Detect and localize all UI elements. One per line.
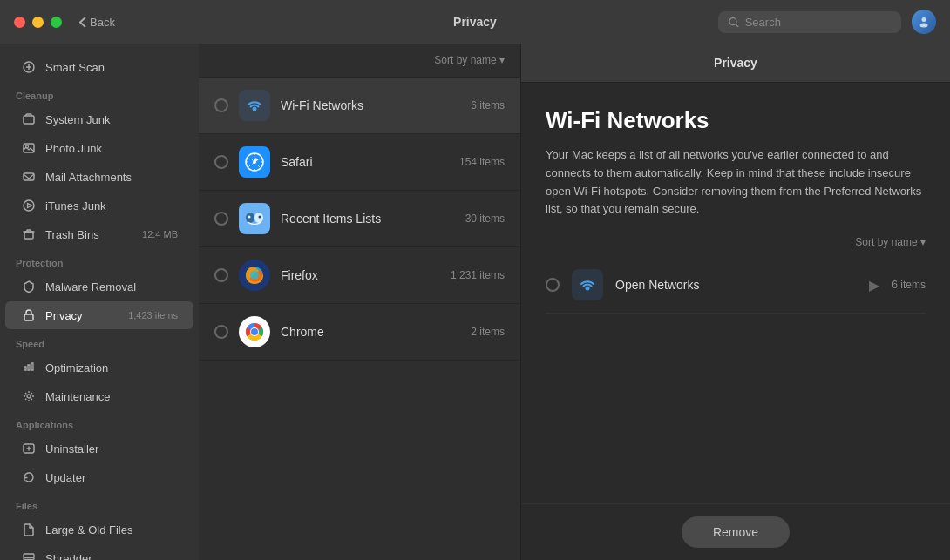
- svg-point-17: [253, 107, 257, 111]
- safari-checkbox[interactable]: [214, 155, 228, 169]
- svg-rect-11: [24, 314, 33, 320]
- avatar-icon: [918, 16, 930, 28]
- titlebar-center-title: Privacy: [453, 15, 497, 29]
- privacy-label: Privacy: [45, 309, 83, 322]
- firefox-count: 1,231 items: [451, 269, 505, 281]
- svg-point-12: [27, 395, 31, 398]
- section-cleanup: Cleanup: [0, 82, 199, 105]
- sidebar-item-updater[interactable]: Updater: [5, 463, 193, 491]
- sidebar-item-mail-attachments[interactable]: Mail Attachments: [5, 163, 193, 191]
- chrome-label: Chrome: [281, 325, 460, 339]
- safari-count: 154 items: [459, 156, 505, 168]
- sidebar-item-malware-removal[interactable]: Malware Removal: [5, 273, 193, 300]
- close-button[interactable]: [14, 17, 25, 28]
- main-layout: Smart Scan Cleanup System Junk Photo Jun…: [0, 44, 950, 560]
- large-old-files-label: Large & Old Files: [45, 523, 132, 536]
- svg-point-2: [922, 17, 926, 22]
- middle-list: Wi-Fi Networks 6 items: [199, 78, 520, 560]
- sidebar-item-trash-bins[interactable]: Trash Bins 12.4 MB: [5, 220, 193, 248]
- open-networks-checkbox[interactable]: [546, 278, 560, 292]
- svg-point-24: [248, 216, 251, 219]
- trash-bins-label: Trash Bins: [45, 228, 99, 241]
- section-speed: Speed: [0, 330, 199, 353]
- shredder-icon: [21, 550, 37, 560]
- itunes-junk-label: iTunes Junk: [45, 199, 106, 213]
- safari-label: Safari: [281, 155, 449, 169]
- detail-list-item-open-networks[interactable]: Open Networks ▶ 6 items: [546, 257, 926, 314]
- sidebar-item-uninstaller[interactable]: Uninstaller: [5, 435, 193, 462]
- sidebar-item-smart-scan[interactable]: Smart Scan: [5, 53, 193, 81]
- section-applications: Applications: [0, 411, 199, 434]
- list-item-chrome[interactable]: Chrome 2 items: [199, 304, 520, 361]
- back-button[interactable]: Back: [79, 16, 115, 29]
- photo-junk-icon: [21, 140, 37, 156]
- sidebar-item-large-old-files[interactable]: Large & Old Files: [5, 516, 193, 543]
- chrome-checkbox[interactable]: [214, 325, 228, 339]
- search-bar[interactable]: [718, 11, 901, 33]
- svg-line-1: [736, 24, 738, 26]
- sidebar-item-shredder[interactable]: Shredder: [5, 544, 193, 560]
- recent-items-label: Recent Items Lists: [281, 212, 455, 226]
- recent-items-checkbox[interactable]: [214, 212, 228, 226]
- maintenance-label: Maintenance: [45, 390, 110, 403]
- sidebar-item-maintenance[interactable]: Maintenance: [5, 382, 193, 410]
- svg-point-0: [729, 17, 736, 24]
- trash-icon: [21, 226, 37, 242]
- sidebar-item-optimization[interactable]: Optimization: [5, 354, 193, 381]
- list-item-recent-items[interactable]: Recent Items Lists 30 items: [199, 191, 520, 247]
- sidebar-item-system-junk[interactable]: System Junk: [5, 105, 193, 133]
- updater-icon: [21, 469, 37, 485]
- detail-sort-by-name[interactable]: Sort by name ▾: [855, 236, 926, 248]
- mail-icon: [21, 169, 37, 185]
- user-avatar[interactable]: [912, 10, 936, 34]
- remove-button[interactable]: Remove: [682, 516, 790, 548]
- detail-header-title: Privacy: [714, 56, 757, 70]
- open-networks-count: 6 items: [892, 279, 926, 291]
- svg-point-25: [259, 216, 261, 219]
- detail-sort-row: Sort by name ▾: [546, 236, 926, 248]
- maximize-button[interactable]: [51, 17, 62, 28]
- maintenance-icon: [21, 388, 37, 404]
- itunes-icon: [21, 198, 37, 213]
- search-input[interactable]: [745, 16, 891, 29]
- svg-point-32: [251, 328, 258, 335]
- sidebar-item-itunes-junk[interactable]: iTunes Junk: [5, 192, 193, 219]
- svg-rect-8: [24, 173, 34, 180]
- expand-icon[interactable]: ▶: [869, 277, 879, 293]
- safari-svg-icon: [239, 146, 270, 178]
- window-controls: [14, 17, 62, 28]
- detail-header-bar: Privacy: [521, 44, 950, 83]
- detail-description: Your Mac keeps a list of all networks yo…: [546, 146, 926, 219]
- svg-rect-10: [24, 232, 33, 239]
- system-junk-label: System Junk: [45, 113, 110, 126]
- sidebar: Smart Scan Cleanup System Junk Photo Jun…: [0, 44, 199, 560]
- wifi-count: 6 items: [471, 99, 505, 111]
- privacy-count: 1,423 items: [128, 310, 178, 320]
- updater-label: Updater: [45, 471, 85, 484]
- list-item-safari[interactable]: Safari 154 items: [199, 134, 520, 191]
- back-label: Back: [90, 16, 115, 29]
- minimize-button[interactable]: [32, 17, 44, 28]
- svg-rect-5: [24, 116, 34, 124]
- large-files-icon: [21, 522, 37, 537]
- recent-items-count: 30 items: [465, 213, 505, 225]
- wifi-row-icon: [239, 90, 270, 121]
- detail-wifi-title: Wi-Fi Networks: [546, 107, 926, 134]
- uninstaller-icon: [21, 441, 37, 456]
- uninstaller-label: Uninstaller: [45, 442, 98, 455]
- malware-icon: [21, 279, 37, 294]
- smart-scan-label: Smart Scan: [45, 61, 105, 74]
- wifi-checkbox[interactable]: [214, 98, 228, 112]
- search-icon: [729, 17, 739, 28]
- wifi-networks-label: Wi-Fi Networks: [281, 98, 460, 112]
- sidebar-item-photo-junk[interactable]: Photo Junk: [5, 134, 193, 162]
- list-item-firefox[interactable]: Firefox 1,231 items: [199, 247, 520, 304]
- optimization-label: Optimization: [45, 361, 108, 374]
- sidebar-item-privacy[interactable]: Privacy 1,423 items: [5, 301, 193, 329]
- firefox-checkbox[interactable]: [214, 268, 228, 282]
- svg-rect-15: [24, 554, 34, 557]
- sort-by-name[interactable]: Sort by name ▾: [434, 54, 505, 66]
- list-item-wifi[interactable]: Wi-Fi Networks 6 items: [199, 78, 520, 134]
- remove-btn-container: Remove: [521, 503, 950, 560]
- recent-items-row-icon: [239, 203, 270, 234]
